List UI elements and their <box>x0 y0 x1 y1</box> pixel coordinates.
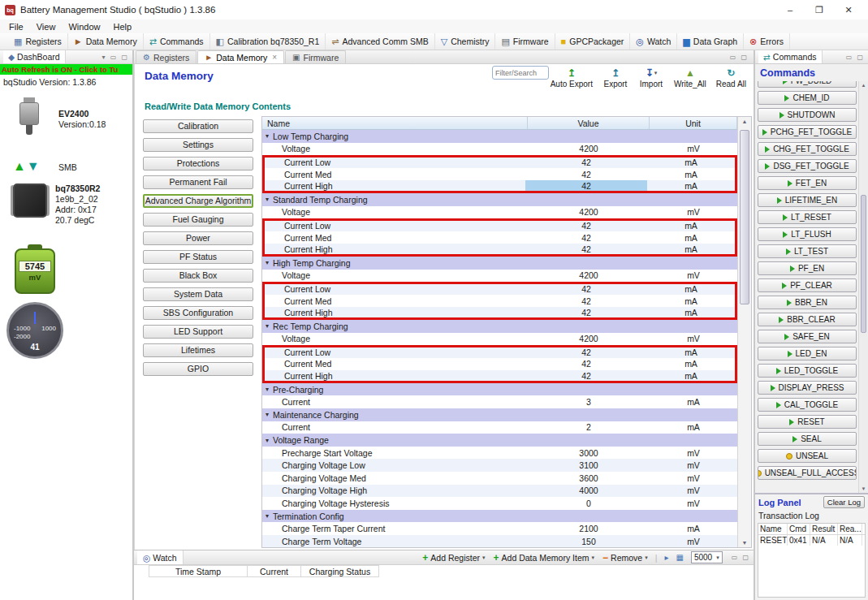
scroll-down-icon[interactable]: ▼ <box>859 486 868 491</box>
watch-column-charging-status[interactable]: Charging Status <box>301 565 379 577</box>
category-gpio[interactable]: GPIO <box>143 362 253 376</box>
column-header-name[interactable]: Name <box>262 117 528 129</box>
collapse-chevron-icon[interactable]: ▾ <box>262 132 273 140</box>
row-value-cell[interactable]: 42 <box>525 370 647 381</box>
data-row-rec-temp-charging-current-low[interactable]: Current Low42mA <box>262 345 737 358</box>
scrollbar-thumb[interactable] <box>861 195 866 333</box>
category-permanent-fail[interactable]: Permanent Fail <box>143 175 253 189</box>
tab-commands[interactable]: ⇄ Commands <box>758 50 823 63</box>
toolbar-data-graph[interactable]: ▆Data Graph <box>677 33 744 50</box>
row-value-cell[interactable]: 3000 <box>528 447 650 460</box>
category-system-data[interactable]: System Data <box>143 287 253 301</box>
collapse-chevron-icon[interactable]: ▾ <box>262 411 273 418</box>
command-cal-toggle[interactable]: CAL_TOGGLE <box>758 398 857 412</box>
command-fw-build[interactable]: FW_BUILD <box>758 81 857 88</box>
log-row[interactable]: RESET0x41N/AN/A <box>758 535 865 546</box>
command-unseal[interactable]: UNSEAL <box>758 449 857 463</box>
category-black-box[interactable]: Black Box <box>143 269 253 283</box>
menu-help[interactable]: Help <box>108 22 138 32</box>
auto-export-button[interactable]: ↥Auto Export <box>546 66 597 89</box>
collapse-chevron-icon[interactable]: ▾ <box>262 322 273 330</box>
panel-window-icons[interactable]: ▾ ▭ ▢ <box>101 54 129 61</box>
row-value-cell[interactable]: 42 <box>525 284 647 295</box>
command-led-en[interactable]: LED_EN <box>758 347 857 360</box>
data-row-standard-temp-charging-voltage[interactable]: Voltage4200mV <box>262 206 737 219</box>
section-row-low-temp-charging[interactable]: ▾Low Temp Charging <box>262 130 737 143</box>
watch-column-time-stamp[interactable]: Time Stamp <box>149 565 248 577</box>
row-value-cell[interactable]: 3100 <box>528 459 650 472</box>
row-value-cell[interactable]: 42 <box>525 295 647 308</box>
scrollbar-thumb[interactable] <box>740 130 749 304</box>
row-value-cell[interactable]: 42 <box>525 358 647 371</box>
category-pf-status[interactable]: PF Status <box>143 250 253 264</box>
data-row-maintenance-charging-current[interactable]: Current2mA <box>262 421 737 434</box>
data-row-rec-temp-charging-current-med[interactable]: Current Med42mA <box>262 358 737 371</box>
section-row-maintenance-charging[interactable]: ▾Maintenance Charging <box>262 408 737 421</box>
add-data-memory-item-button[interactable]: +Add Data Memory Item▾ <box>494 552 594 563</box>
usb-adapter-icon[interactable] <box>13 97 45 138</box>
toolbar-watch[interactable]: ◎Watch <box>630 33 677 50</box>
data-row-voltage-range-charging-voltage-med[interactable]: Charging Voltage Med3600mV <box>262 472 737 485</box>
toolbar-chemistry[interactable]: ▽Chemistry <box>435 33 496 50</box>
section-row-standard-temp-charging[interactable]: ▾Standard Temp Charging <box>262 193 737 206</box>
data-row-low-temp-charging-voltage[interactable]: Voltage4200mV <box>262 143 737 156</box>
section-row-voltage-range[interactable]: ▾Voltage Range <box>262 434 737 447</box>
row-value-cell[interactable]: 42 <box>525 231 647 244</box>
toolbar-advanced-comm-smb[interactable]: ⇌Advanced Comm SMB <box>326 33 434 50</box>
column-header-unit[interactable]: Unit <box>650 117 737 129</box>
row-value-cell[interactable]: 42 <box>525 347 647 358</box>
command-pf-clear[interactable]: PF_CLEAR <box>758 278 857 292</box>
data-row-voltage-range-charging-voltage-high[interactable]: Charging Voltage High4000mV <box>262 485 737 498</box>
remove-button[interactable]: −Remove▾ <box>602 552 648 563</box>
tab-watch[interactable]: ◎ Watch <box>137 550 184 564</box>
data-row-voltage-range-charging-voltage-hysteresis[interactable]: Charging Voltage Hysteresis0mV <box>262 497 737 510</box>
command-bbr-clear[interactable]: BBR_CLEAR <box>758 313 857 326</box>
row-value-cell[interactable]: 4200 <box>528 333 650 346</box>
dropdown-caret-icon[interactable]: ▾ <box>482 555 486 561</box>
row-value-cell[interactable]: 42 <box>525 158 647 168</box>
command-shutdown[interactable]: SHUTDOWN <box>758 108 857 122</box>
data-row-high-temp-charging-voltage[interactable]: Voltage4200mV <box>262 270 737 283</box>
row-value-cell[interactable]: 4000 <box>528 485 650 498</box>
toolbar-registers[interactable]: ▦Registers <box>8 33 68 50</box>
command-pchg-fet-toggle[interactable]: PCHG_FET_TOGGLE <box>758 125 857 139</box>
command-chem-id[interactable]: CHEM_ID <box>758 91 857 105</box>
dropdown-caret-icon[interactable]: ▾ <box>592 555 595 561</box>
command-lt-reset[interactable]: LT_RESET <box>758 210 857 224</box>
category-lifetimes[interactable]: Lifetimes <box>143 343 253 357</box>
section-row-high-temp-charging[interactable]: ▾High Temp Charging <box>262 257 737 270</box>
toolbar-firmware[interactable]: ▤Firmware <box>495 33 555 50</box>
category-led-support[interactable]: LED Support <box>143 325 253 339</box>
clear-log-button[interactable]: Clear Log <box>823 496 865 508</box>
collapse-chevron-icon[interactable]: ▾ <box>262 386 273 393</box>
command-reset[interactable]: RESET <box>758 415 857 429</box>
collapse-chevron-icon[interactable]: ▾ <box>262 437 273 444</box>
row-value-cell[interactable]: 150 <box>528 535 650 547</box>
tab-registers[interactable]: ⚙ Registers <box>136 50 196 63</box>
maximize-button[interactable]: ❐ <box>805 5 834 15</box>
data-row-standard-temp-charging-current-high[interactable]: Current High42mA <box>262 244 737 257</box>
row-value-cell[interactable]: 4200 <box>528 143 650 156</box>
import-button[interactable]: ↧▾Import <box>634 66 668 89</box>
command-chg-fet-toggle[interactable]: CHG_FET_TOGGLE <box>758 142 857 156</box>
data-row-voltage-range-precharge-start-voltage[interactable]: Precharge Start Voltage3000mV <box>262 447 737 460</box>
data-row-high-temp-charging-current-med[interactable]: Current Med42mA <box>262 295 737 308</box>
category-settings[interactable]: Settings <box>143 138 253 152</box>
watch-column-current[interactable]: Current <box>248 565 301 577</box>
command-unseal-full-access[interactable]: UNSEAL_FULL_ACCESS <box>758 466 857 480</box>
command-dsg-fet-toggle[interactable]: DSG_FET_TOGGLE <box>758 159 857 173</box>
editor-window-icons[interactable]: ▭ ▢ <box>730 54 754 61</box>
row-value-cell[interactable]: 4200 <box>528 206 650 219</box>
commands-scrollbar[interactable]: ▲ ▼ <box>858 81 868 493</box>
data-row-low-temp-charging-current-high[interactable]: Current High42mA <box>262 180 737 193</box>
read-all-button[interactable]: ↻Read All <box>712 66 750 89</box>
row-value-cell[interactable]: 42 <box>525 307 647 317</box>
data-row-rec-temp-charging-voltage[interactable]: Voltage4200mV <box>262 333 737 346</box>
row-value-cell[interactable]: 42 <box>525 244 647 254</box>
row-value-cell[interactable]: 0 <box>528 497 650 510</box>
scroll-up-icon[interactable]: ▲ <box>859 83 868 88</box>
toolbar-errors[interactable]: ⊗Errors <box>744 33 790 50</box>
row-value-cell[interactable]: 42 <box>525 221 647 231</box>
row-value-cell[interactable]: 2 <box>528 421 650 434</box>
commands-window-icons[interactable]: ▭ ▢ <box>846 54 865 61</box>
